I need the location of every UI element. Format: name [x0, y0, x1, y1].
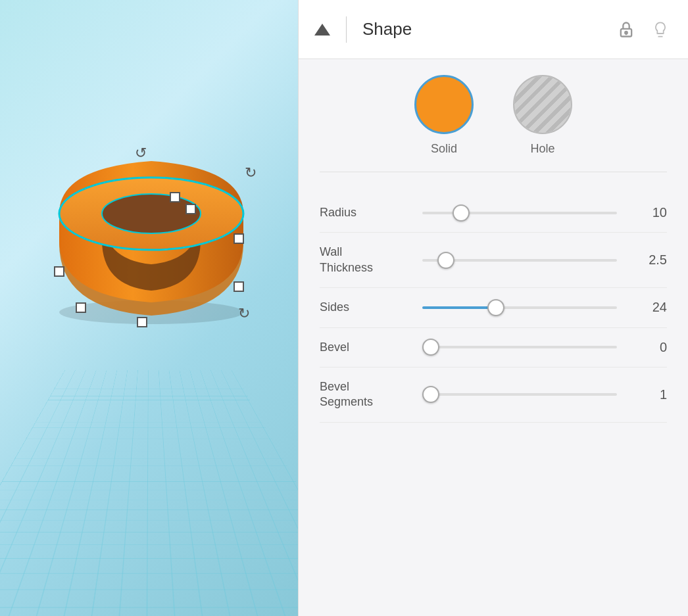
bevel-control	[422, 346, 617, 348]
collapse-button[interactable]	[314, 24, 330, 36]
handle-inner-right[interactable]	[185, 204, 196, 214]
sides-thumb[interactable]	[487, 299, 504, 316]
bevel-value: 0	[627, 340, 667, 355]
handle-inner-top[interactable]	[170, 192, 180, 202]
type-selector: Solid Hole	[320, 75, 667, 172]
lock-button[interactable]	[614, 18, 638, 41]
rotate-arrow-bottom-right[interactable]: ↻	[238, 305, 250, 322]
panel-body: Solid Hole Radius 10 WallThickness	[299, 59, 688, 616]
wall-thickness-label: WallThickness	[320, 245, 412, 275]
radius-track[interactable]	[422, 212, 617, 214]
wall-thickness-row: WallThickness 2.5	[320, 233, 667, 288]
bevel-track[interactable]	[422, 346, 617, 348]
lightbulb-button[interactable]	[649, 18, 672, 41]
rotate-arrow-top[interactable]: ↺	[135, 145, 147, 162]
handle-right-mid[interactable]	[233, 233, 244, 244]
sides-label: Sides	[320, 300, 412, 315]
solid-circle	[414, 75, 474, 134]
radius-control	[422, 212, 617, 214]
hole-option[interactable]: Hole	[513, 75, 572, 156]
handle-bottom-left[interactable]	[76, 302, 86, 313]
wall-thickness-value: 2.5	[627, 252, 667, 268]
hole-label: Hole	[530, 142, 554, 156]
panel-title: Shape	[362, 19, 604, 39]
bevel-row: Bevel 0	[320, 328, 667, 367]
lightbulb-icon	[651, 20, 670, 39]
wall-thickness-track[interactable]	[422, 259, 617, 262]
radius-thumb[interactable]	[453, 204, 470, 222]
hole-circle	[513, 75, 572, 134]
handle-right-bottom[interactable]	[233, 281, 244, 292]
wall-thickness-control	[422, 259, 617, 262]
sides-row: Sides 24	[320, 288, 667, 327]
panel-header: Shape	[299, 0, 688, 59]
bevel-segments-thumb[interactable]	[422, 386, 439, 403]
shape-panel: Shape	[298, 0, 688, 616]
solid-option[interactable]: Solid	[414, 75, 474, 156]
svg-point-7	[625, 31, 627, 34]
grid-overlay	[0, 370, 298, 616]
sides-control	[422, 306, 617, 309]
hole-lines	[514, 76, 571, 133]
sides-track[interactable]	[422, 306, 617, 309]
rotate-arrow-top-right[interactable]: ↻	[245, 164, 257, 181]
bevel-segments-label: BevelSegments	[320, 379, 412, 410]
viewport-panel[interactable]: ↺ ↻ ↻	[0, 0, 298, 616]
wall-thickness-thumb[interactable]	[437, 252, 455, 269]
header-divider	[346, 16, 347, 43]
bevel-thumb[interactable]	[422, 339, 439, 356]
radius-row: Radius 10	[320, 193, 667, 233]
sides-value: 24	[627, 300, 667, 315]
3d-shape: ↺ ↻ ↻	[39, 138, 263, 335]
header-icons	[614, 18, 672, 41]
bevel-label: Bevel	[320, 340, 412, 355]
handle-left-mid[interactable]	[54, 266, 64, 277]
bevel-segments-track[interactable]	[422, 393, 617, 396]
bevel-segments-control	[422, 393, 617, 396]
bevel-segments-row: BevelSegments 1	[320, 367, 667, 423]
radius-value: 10	[627, 205, 667, 220]
solid-label: Solid	[431, 142, 457, 156]
handle-bottom-mid[interactable]	[137, 317, 147, 327]
lock-icon	[617, 20, 635, 39]
radius-label: Radius	[320, 205, 412, 220]
bevel-segments-value: 1	[627, 387, 667, 402]
